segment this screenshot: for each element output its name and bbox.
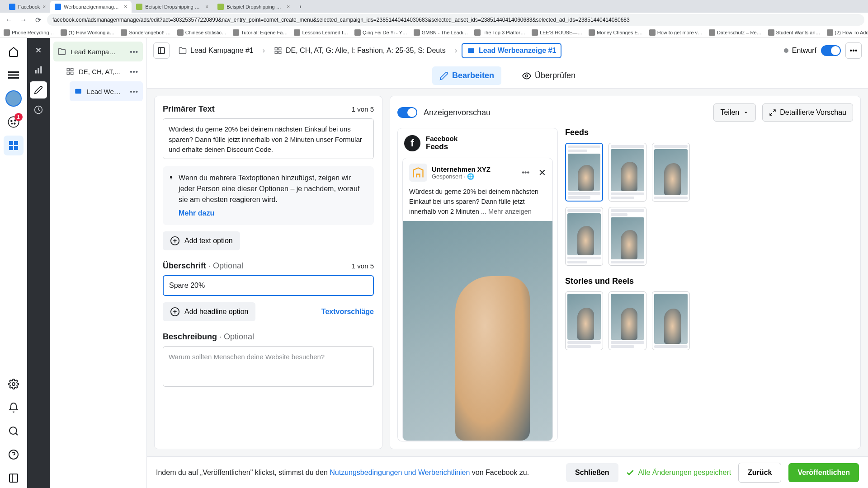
headline-count: 1 von 5	[352, 262, 374, 270]
more-icon[interactable]: •••	[130, 68, 138, 75]
collapse-icon[interactable]	[4, 468, 24, 488]
more-icon[interactable]: •••	[522, 169, 529, 177]
grid-icon	[274, 47, 282, 55]
primary-text-input[interactable]	[163, 118, 374, 159]
placement-thumb[interactable]	[609, 291, 646, 350]
close-icon[interactable]: ×	[205, 4, 208, 10]
url-bar[interactable]: facebook.com/adsmanager/manage/ads/edit?…	[47, 14, 864, 26]
more-icon[interactable]: •••	[130, 48, 138, 56]
hamburger-icon[interactable]	[4, 65, 24, 85]
browser-tab[interactable]: Beispiel Dropshipping Store×	[213, 1, 294, 13]
editor-column: Primärer Text 1 von 5 Wenn du mehrere Te…	[154, 96, 382, 449]
crumb-adset[interactable]: DE, CH, AT, G: Alle, I: Fashion, A: 25-3…	[269, 44, 450, 57]
browser-tab[interactable]: Facebook×	[5, 1, 50, 13]
svg-point-4	[10, 120, 12, 122]
svg-rect-18	[40, 66, 42, 74]
browser-tab[interactable]: Beispiel Dropshipping Store×	[132, 1, 213, 13]
close-icon[interactable]: ✕	[538, 167, 546, 178]
bookmark[interactable]: Phone Recycling…	[4, 29, 54, 36]
folder-icon	[58, 47, 66, 56]
tree-ad[interactable]: Lead We… •••	[70, 81, 143, 101]
panel-toggle-button[interactable]	[153, 42, 170, 59]
bookmark[interactable]: Student Wants an…	[768, 29, 821, 36]
crumb-ad[interactable]: Lead Werbeanzeige #1	[462, 43, 561, 58]
back-button[interactable]: Zurück	[738, 463, 781, 483]
placement-thumb[interactable]	[565, 207, 603, 266]
svg-rect-20	[67, 68, 69, 70]
bookmark[interactable]: Money Changes E…	[589, 29, 643, 36]
help-icon[interactable]	[4, 445, 24, 465]
bookmark[interactable]: (1) How Working a…	[61, 29, 115, 36]
footer-bar: Indem du auf „Veröffentlichen" klickst, …	[147, 456, 868, 488]
new-tab-button[interactable]: +	[294, 1, 306, 13]
show-more-link[interactable]: ... Mehr anzeigen	[481, 208, 532, 215]
more-button[interactable]: •••	[845, 42, 862, 59]
bookmark[interactable]: Tutorial: Eigene Fa…	[233, 29, 288, 36]
facebook-logo-icon: f	[404, 135, 420, 151]
bookmark[interactable]: Qing Fei De Yi - Y…	[354, 29, 407, 36]
more-icon[interactable]: •••	[130, 88, 138, 95]
tree-campaign[interactable]: Lead Kampa… •••	[53, 42, 143, 61]
svg-rect-23	[71, 72, 73, 75]
close-button[interactable]: Schließen	[566, 463, 618, 482]
svg-rect-16	[35, 70, 37, 74]
placement-thumb[interactable]	[609, 143, 646, 202]
close-icon[interactable]: ×	[287, 4, 290, 10]
bookmark[interactable]: How to get more v…	[649, 29, 703, 36]
svg-rect-25	[158, 47, 165, 54]
cookie-icon[interactable]: 1	[4, 112, 24, 132]
terms-link[interactable]: Nutzungsbedingungen und Werberichtlinien	[330, 469, 470, 476]
placement-thumb[interactable]	[652, 143, 690, 202]
browser-tabs: Facebook× Werbeanzeigenmanager – We…× Be…	[0, 0, 868, 13]
detailed-preview-button[interactable]: Detaillierte Vorschau	[762, 103, 853, 122]
workspace: Primärer Text 1 von 5 Wenn du mehrere Te…	[147, 89, 868, 456]
avatar[interactable]	[4, 89, 24, 108]
tree-adset[interactable]: DE, CH, AT,… •••	[61, 61, 143, 81]
crumb-campaign[interactable]: Lead Kampagne #1	[174, 44, 258, 57]
bookmark[interactable]: Sonderangebot! …	[121, 29, 170, 36]
browser-tab-active[interactable]: Werbeanzeigenmanager – We…×	[50, 1, 132, 13]
add-headline-option-button[interactable]: Add headline option	[163, 302, 255, 321]
close-editor-button[interactable]	[30, 42, 47, 59]
bookmark[interactable]: LEE'S HOUSE—…	[532, 29, 582, 36]
share-button[interactable]: Teilen	[713, 103, 756, 122]
app: 1 Lead Kampa… ••• DE, CH, AT,… ••• Lead …	[0, 38, 868, 488]
tab-review[interactable]: Überprüfen	[515, 66, 583, 85]
tab-edit[interactable]: Bearbeiten	[432, 66, 501, 85]
bookmark[interactable]: Chinese statistic…	[177, 29, 226, 36]
preview-toggle[interactable]	[397, 107, 417, 118]
bookmark[interactable]: GMSN - The Leadi…	[414, 29, 468, 36]
back-button[interactable]: ←	[4, 14, 14, 25]
chart-icon[interactable]	[30, 61, 47, 79]
bookmark[interactable]: The Top 3 Platfor…	[474, 29, 525, 36]
svg-rect-21	[71, 68, 73, 70]
svg-point-13	[9, 427, 17, 434]
placement-thumb[interactable]	[609, 207, 646, 266]
description-input[interactable]	[163, 346, 374, 387]
history-icon[interactable]	[30, 101, 47, 118]
bookmark[interactable]: Datenschutz – Re…	[709, 29, 761, 36]
status-toggle[interactable]	[821, 45, 841, 56]
placement-thumb[interactable]	[565, 143, 603, 202]
headline-input[interactable]	[163, 275, 374, 296]
text-suggestions-link[interactable]: Textvorschläge	[321, 308, 374, 316]
reload-button[interactable]: ⟳	[33, 14, 43, 25]
search-icon[interactable]	[4, 421, 24, 441]
gear-icon[interactable]	[4, 374, 24, 394]
learn-more-link[interactable]: Mehr dazu	[179, 208, 214, 219]
preview-title: Anzeigenvorschau	[424, 108, 707, 117]
close-icon[interactable]: ×	[42, 4, 46, 10]
grid-icon[interactable]	[4, 136, 24, 155]
pencil-icon[interactable]	[30, 81, 47, 99]
forward-button[interactable]: →	[18, 14, 29, 25]
svg-point-6	[14, 123, 15, 124]
add-text-option-button[interactable]: Add text option	[163, 231, 240, 250]
publish-button[interactable]: Veröffentlichen	[788, 463, 859, 482]
placement-thumb[interactable]	[565, 291, 603, 350]
bookmark[interactable]: (2) How To Add A…	[827, 29, 868, 36]
close-icon[interactable]: ×	[124, 4, 127, 10]
bell-icon[interactable]	[4, 398, 24, 418]
home-icon[interactable]	[4, 42, 24, 61]
bookmark[interactable]: Lessons Learned f…	[294, 29, 348, 36]
placement-thumb[interactable]	[652, 291, 690, 350]
